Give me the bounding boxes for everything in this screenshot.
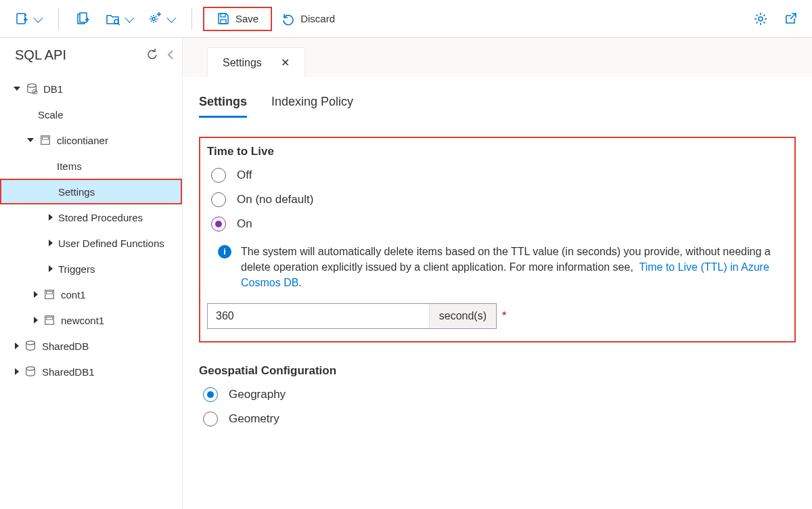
- caret-right-icon: [49, 214, 53, 221]
- tree-item-scale[interactable]: Scale: [0, 102, 182, 127]
- svg-rect-31: [47, 317, 53, 320]
- caret-right-icon: [49, 265, 53, 272]
- tree-item-label: SharedDB1: [42, 366, 95, 378]
- svg-line-21: [763, 22, 765, 23]
- caret-down-icon: [14, 87, 20, 91]
- svg-line-20: [757, 14, 758, 16]
- geo-option-geography[interactable]: Geography: [203, 387, 789, 402]
- settings-panel: Settings Indexing Policy Time to Live Of…: [183, 77, 812, 509]
- chevron-down-icon: [166, 13, 176, 22]
- collapse-icon[interactable]: [166, 48, 175, 62]
- discard-button[interactable]: Discard: [275, 7, 342, 31]
- tree-item-shareddb1[interactable]: SharedDB1: [0, 359, 182, 384]
- settings-gear-button[interactable]: [747, 7, 774, 31]
- subtab-settings[interactable]: Settings: [199, 95, 247, 118]
- save-button-label: Save: [235, 13, 258, 24]
- tree-item-items[interactable]: Items: [0, 153, 182, 179]
- gear-icon: [754, 12, 767, 26]
- discard-button-label: Discard: [300, 13, 335, 24]
- caret-right-icon: [15, 342, 19, 349]
- tree-item-label: User Defined Functions: [58, 238, 164, 249]
- tree-item-clicontianer[interactable]: clicontianer: [0, 127, 182, 153]
- ttl-input-group: second(s): [207, 303, 497, 329]
- refresh-icon[interactable]: [145, 48, 159, 62]
- caret-right-icon: [49, 240, 53, 246]
- tree-item-label: newcont1: [61, 315, 104, 326]
- chevron-down-icon: [125, 13, 134, 22]
- new-sql-query-button[interactable]: [8, 7, 47, 31]
- tree-item-triggers[interactable]: Triggers: [0, 256, 182, 282]
- tree-item-label: cont1: [61, 289, 86, 301]
- caret-right-icon: [34, 317, 38, 324]
- svg-point-33: [26, 367, 35, 370]
- document-tab-strip: Settings ✕: [183, 38, 812, 77]
- ttl-option-off[interactable]: Off: [211, 168, 788, 183]
- toolbar: Save Discard: [0, 0, 812, 38]
- tree-item-label: DB1: [43, 83, 63, 95]
- svg-point-4: [152, 17, 155, 20]
- caret-right-icon: [34, 291, 38, 298]
- subtab-indexing-policy[interactable]: Indexing Policy: [271, 95, 353, 118]
- radio-label: Geography: [229, 388, 286, 401]
- open-query-button[interactable]: [99, 7, 139, 31]
- ttl-option-on[interactable]: On: [211, 217, 788, 231]
- database-icon: [26, 83, 38, 95]
- svg-point-15: [759, 17, 763, 21]
- tree-item-stored-procedures[interactable]: Stored Procedures: [0, 204, 182, 230]
- svg-point-24: [28, 84, 37, 87]
- sidebar-title: SQL API: [15, 47, 66, 63]
- database-icon: [24, 340, 37, 352]
- ttl-info-text: The system will automatically delete ite…: [241, 244, 788, 291]
- ttl-unit-label: second(s): [429, 304, 496, 328]
- radio-icon: [211, 217, 226, 231]
- radio-icon: [211, 192, 226, 207]
- tree-item-label: Scale: [38, 109, 64, 120]
- svg-line-11: [151, 20, 152, 21]
- new-item-button[interactable]: [70, 7, 97, 31]
- svg-rect-0: [17, 14, 25, 24]
- tree-item-label: Settings: [58, 186, 95, 198]
- resource-tree: DB1 Scale clicontianer Items Settings St…: [0, 72, 182, 509]
- geo-title: Geospatial Configuration: [199, 364, 789, 378]
- database-icon: [24, 366, 37, 378]
- ttl-section: Time to Live Off On (no default) On i Th…: [199, 137, 796, 342]
- tree-item-newcont1[interactable]: newcont1: [0, 307, 182, 333]
- tree-item-label: SharedDB: [42, 340, 89, 352]
- toolbar-separator: [191, 8, 192, 30]
- chevron-down-icon: [33, 13, 43, 22]
- open-external-button[interactable]: [777, 7, 804, 31]
- svg-line-9: [151, 16, 152, 16]
- document-tab-label: Settings: [223, 57, 262, 69]
- tree-item-label: clicontianer: [57, 135, 108, 146]
- tree-item-cont1[interactable]: cont1: [0, 282, 182, 307]
- svg-line-22: [757, 22, 758, 23]
- document-tab-settings[interactable]: Settings ✕: [207, 47, 305, 77]
- tree-item-udfs[interactable]: User Defined Functions: [0, 230, 182, 256]
- radio-label: On: [237, 217, 252, 231]
- svg-line-10: [156, 20, 156, 21]
- tree-item-db1[interactable]: DB1: [0, 76, 182, 102]
- undo-icon: [281, 12, 295, 26]
- ttl-option-on-no-default[interactable]: On (no default): [211, 192, 788, 207]
- save-button[interactable]: Save: [203, 7, 272, 31]
- tree-item-label: Items: [57, 160, 82, 172]
- settings-dropdown-button[interactable]: [141, 7, 181, 31]
- ttl-value-input[interactable]: [208, 304, 429, 328]
- ttl-input-wrap: second(s) *: [207, 303, 788, 329]
- required-indicator: *: [502, 310, 506, 322]
- svg-rect-14: [221, 20, 226, 24]
- ttl-info: i The system will automatically delete i…: [218, 244, 788, 291]
- ttl-title: Time to Live: [207, 145, 788, 158]
- external-link-icon: [784, 12, 797, 26]
- tree-item-settings[interactable]: Settings: [0, 179, 182, 204]
- radio-label: Geometry: [229, 412, 279, 426]
- radio-icon: [203, 387, 218, 402]
- caret-right-icon: [15, 368, 19, 375]
- close-tab-button[interactable]: ✕: [281, 56, 290, 69]
- svg-line-23: [763, 14, 765, 16]
- container-icon: [39, 134, 51, 146]
- svg-point-32: [26, 341, 35, 345]
- sidebar: SQL API DB1 Scale clicontianer Items: [0, 38, 183, 509]
- geo-option-geometry[interactable]: Geometry: [203, 412, 789, 426]
- tree-item-shareddb[interactable]: SharedDB: [0, 333, 182, 359]
